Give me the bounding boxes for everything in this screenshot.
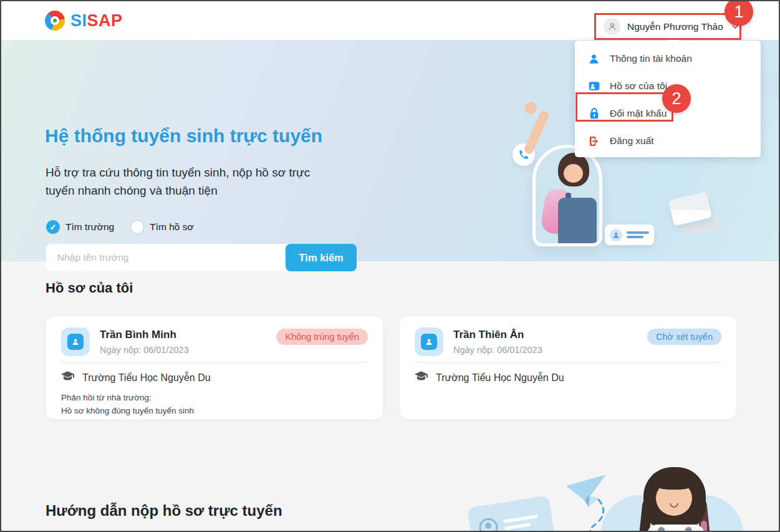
user-avatar-icon	[604, 18, 620, 35]
graduation-cap-icon	[61, 371, 74, 385]
child-arm-shape	[523, 109, 551, 155]
page-title: Hệ thống tuyển sinh trực tuyến	[45, 125, 322, 147]
search-mode-radios: ✓ Tìm trường Tìm hồ sơ	[46, 220, 194, 234]
child-face-shape	[564, 164, 583, 183]
sisap-logo-icon	[45, 11, 65, 31]
id-card-avatar-icon	[610, 229, 622, 241]
card-header-row: Trần Bình Minh Ngày nộp: 06/01/2023 Khôn…	[61, 327, 368, 356]
illustration-avatar-icon	[478, 517, 499, 532]
sisap-logo[interactable]: SISAP	[45, 11, 123, 31]
card-identity: Trần Thiên Ân Ngày nộp: 06/01/2023	[453, 327, 647, 355]
divider	[415, 362, 721, 363]
divider	[61, 362, 368, 363]
school-name: Trường Tiểu Học Nguyễn Du	[436, 372, 564, 384]
menu-item-account-info[interactable]: Thông tin tài khoản	[575, 45, 761, 72]
school-feedback: Phản hồi từ nhà trường: Hồ sơ không đúng…	[61, 392, 368, 418]
search-button[interactable]: Tìm kiếm	[286, 244, 357, 271]
radio-unchecked-icon[interactable]	[130, 220, 144, 234]
corner-decoration	[758, 72, 779, 96]
graduation-cap-icon	[415, 371, 428, 385]
illustration-id-card	[467, 495, 556, 532]
profile-card-tran-binh-minh[interactable]: Trần Bình Minh Ngày nộp: 06/01/2023 Khôn…	[46, 316, 383, 419]
menu-item-label: Thông tin tài khoản	[610, 53, 692, 64]
logout-icon	[587, 135, 600, 148]
main-content: Hồ sơ của tôi Trần Bình Minh Ngày nộp: 0…	[1, 261, 779, 532]
radio-find-profile-label: Tìm hồ sơ	[150, 221, 193, 233]
menu-item-label: Đăng xuất	[610, 135, 654, 147]
user-menu-button[interactable]: Nguyễn Phương Thảo	[594, 13, 741, 40]
radio-find-profile[interactable]: Tìm hồ sơ	[130, 220, 193, 234]
submit-date: Ngày nộp: 06/01/2023	[453, 345, 647, 355]
profile-badge-icon	[415, 327, 443, 356]
school-row: Trường Tiểu Học Nguyễn Du	[61, 371, 368, 385]
menu-item-label: Đổi mật khẩu	[610, 108, 667, 119]
user-icon	[587, 52, 600, 65]
card-header-row: Trần Thiên Ân Ngày nộp: 06/01/2023 Chờ x…	[415, 327, 721, 356]
id-card-lines	[627, 230, 649, 240]
menu-item-logout[interactable]: Đăng xuất	[575, 127, 761, 155]
my-profiles-heading: Hồ sơ của tôi	[46, 280, 133, 296]
menu-item-label: Hồ sơ của tôi	[610, 80, 667, 92]
user-name: Nguyễn Phương Thảo	[627, 21, 723, 32]
id-card-illustration	[605, 225, 654, 245]
status-badge: Không trúng tuyển	[276, 329, 368, 345]
sisap-logo-text: SISAP	[70, 11, 123, 31]
radio-find-school[interactable]: ✓ Tìm trường	[46, 220, 114, 234]
child-overalls-shape	[558, 198, 597, 243]
page-subtitle: Hỗ trợ tra cứu thông tin tuyển sinh, nộp…	[46, 163, 340, 200]
illustration-card-lines	[503, 511, 540, 532]
radio-find-school-label: Tìm trường	[65, 221, 114, 233]
school-row: Trường Tiểu Học Nguyễn Du	[415, 371, 721, 385]
guide-child-photo	[638, 467, 713, 532]
submit-date: Ngày nộp: 06/01/2023	[100, 345, 276, 355]
child-fist-shape	[524, 102, 537, 114]
lock-icon	[587, 107, 600, 120]
student-name: Trần Bình Minh	[100, 327, 276, 341]
profile-card-icon	[587, 80, 600, 93]
profile-badge-icon	[61, 327, 90, 356]
card-identity: Trần Bình Minh Ngày nộp: 06/01/2023	[100, 327, 276, 355]
radio-checked-icon[interactable]: ✓	[46, 220, 60, 234]
hero-child-photo	[532, 145, 602, 246]
profile-card-tran-thien-an[interactable]: Trần Thiên Ân Ngày nộp: 06/01/2023 Chờ x…	[400, 316, 736, 419]
status-badge: Chờ xét tuyển	[647, 329, 721, 345]
school-search-input[interactable]	[46, 244, 291, 271]
feedback-label: Phản hồi từ nhà trường:	[61, 392, 368, 405]
sisap-enrollment-page: Hệ thống tuyển sinh trực tuyến Hỗ trợ tr…	[0, 0, 780, 532]
feedback-text: Hồ sơ không đúng tuyến tuyển sinh	[61, 405, 368, 418]
school-search-bar: Tìm kiếm	[46, 244, 357, 271]
school-name: Trường Tiểu Học Nguyễn Du	[82, 372, 211, 384]
guide-heading: Hướng dẫn nộp hồ sơ trực tuyến	[46, 502, 282, 520]
annotation-badge-2: 2	[662, 84, 691, 113]
girl-shirt-shape	[647, 525, 705, 532]
student-name: Trần Thiên Ân	[453, 327, 647, 341]
girl-bangs-shape	[653, 473, 695, 490]
